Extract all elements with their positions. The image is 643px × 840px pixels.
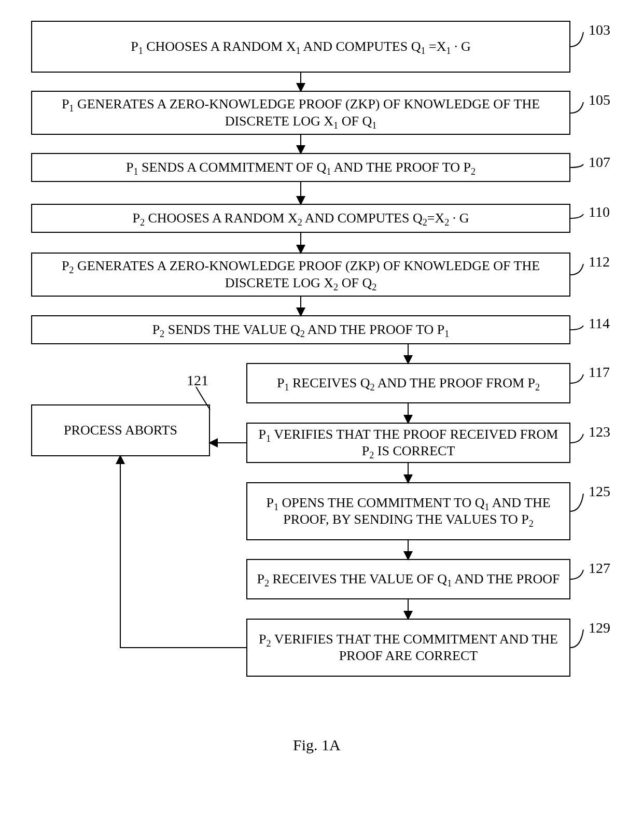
ref-129: 129 <box>589 620 610 636</box>
step-103-text: P1 CHOOSES A RANDOM X1 AND COMPUTES Q1 =… <box>39 38 562 55</box>
step-129: P2 VERIFIES THAT THE COMMITMENT AND THE … <box>246 619 570 677</box>
step-117-text: P1 RECEIVES Q2 AND THE PROOF FROM P2 <box>255 375 562 392</box>
step-123: P1 VERIFIES THAT THE PROOF RECEIVED FROM… <box>246 423 570 463</box>
ref-117: 117 <box>589 364 610 381</box>
step-117: P1 RECEIVES Q2 AND THE PROOF FROM P2 <box>246 363 570 403</box>
step-127: P2 RECEIVES THE VALUE OF Q1 AND THE PROO… <box>246 559 570 599</box>
ref-110: 110 <box>589 204 610 220</box>
step-105-text: P1 GENERATES A ZERO-KNOWLEDGE PROOF (ZKP… <box>39 96 562 130</box>
ref-121: 121 <box>187 372 208 389</box>
step-110-text: P2 CHOOSES A RANDOM X2 AND COMPUTES Q2=X… <box>39 210 562 227</box>
ref-123: 123 <box>589 424 610 440</box>
step-114-text: P2 SENDS THE VALUE Q2 AND THE PROOF TO P… <box>39 321 562 339</box>
step-129-text: P2 VERIFIES THAT THE COMMITMENT AND THE … <box>255 631 562 665</box>
step-125: P1 OPENS THE COMMITMENT TO Q1 AND THE PR… <box>246 482 570 540</box>
step-112: P2 GENERATES A ZERO-KNOWLEDGE PROOF (ZKP… <box>31 253 570 297</box>
step-107: P1 SENDS A COMMITMENT OF Q1 AND THE PROO… <box>31 153 570 182</box>
step-110: P2 CHOOSES A RANDOM X2 AND COMPUTES Q2=X… <box>31 204 570 233</box>
ref-107: 107 <box>589 154 610 171</box>
step-123-text: P1 VERIFIES THAT THE PROOF RECEIVED FROM… <box>255 426 562 460</box>
step-103: P1 CHOOSES A RANDOM X1 AND COMPUTES Q1 =… <box>31 21 570 73</box>
figure-caption: Fig. 1A <box>293 736 341 754</box>
step-abort: PROCESS ABORTS <box>31 404 210 456</box>
ref-103: 103 <box>589 22 610 38</box>
ref-114: 114 <box>589 315 610 332</box>
ref-105: 105 <box>589 92 610 108</box>
step-125-text: P1 OPENS THE COMMITMENT TO Q1 AND THE PR… <box>255 495 562 528</box>
step-105: P1 GENERATES A ZERO-KNOWLEDGE PROOF (ZKP… <box>31 91 570 135</box>
ref-112: 112 <box>589 254 610 270</box>
ref-127: 127 <box>589 560 610 577</box>
step-127-text: P2 RECEIVES THE VALUE OF Q1 AND THE PROO… <box>255 571 562 588</box>
step-112-text: P2 GENERATES A ZERO-KNOWLEDGE PROOF (ZKP… <box>39 258 562 291</box>
ref-125: 125 <box>589 483 610 500</box>
step-114: P2 SENDS THE VALUE Q2 AND THE PROOF TO P… <box>31 315 570 344</box>
step-107-text: P1 SENDS A COMMITMENT OF Q1 AND THE PROO… <box>39 159 562 176</box>
step-abort-text: PROCESS ABORTS <box>39 422 202 439</box>
